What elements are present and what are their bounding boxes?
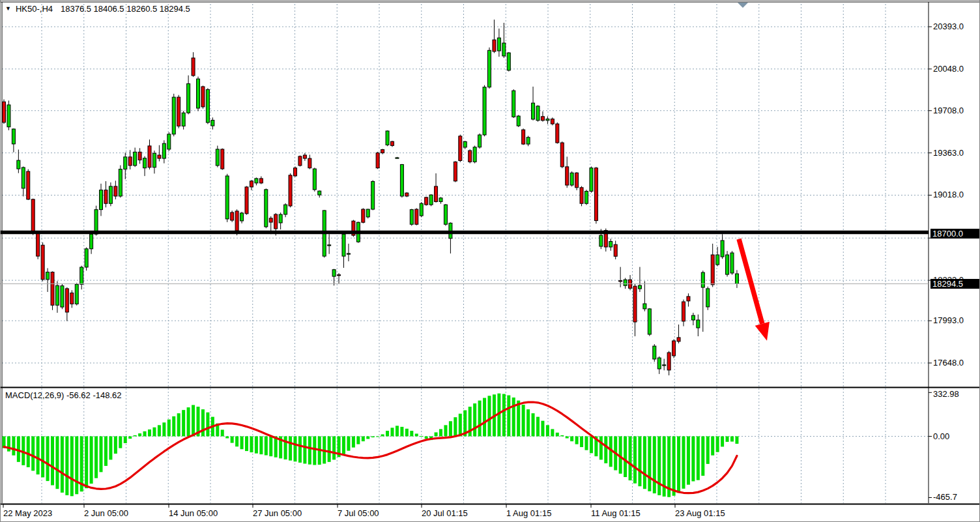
current-price-badge: 18294.5: [930, 279, 980, 289]
resistance-price-badge: 18700.0: [930, 229, 980, 239]
symbol-title: ▼HK50-,H418376.5 18406.5 18260.5 18294.5: [5, 4, 190, 14]
macd-panel[interactable]: [1, 388, 929, 503]
trading-chart-window: ▼HK50-,H418376.5 18406.5 18260.5 18294.5…: [0, 0, 980, 522]
main-chart-panel[interactable]: [1, 4, 929, 386]
price-axis[interactable]: [929, 1, 980, 504]
symbol-dropdown-icon[interactable]: ▼: [5, 5, 11, 12]
ohlc-values: 18376.5 18406.5 18260.5 18294.5: [61, 4, 190, 14]
macd-indicator-label: MACD(12,26,9) -56.62 -148.62: [5, 390, 121, 400]
time-axis[interactable]: [1, 504, 929, 522]
symbol-period-label: HK50-,H4: [16, 4, 53, 14]
